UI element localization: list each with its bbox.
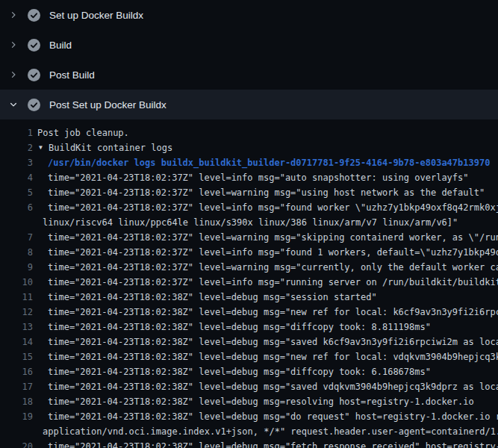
check-circle-icon: [28, 99, 40, 111]
log-text: time="2021-04-23T18:02:38Z" level=debug …: [48, 305, 498, 320]
log-text: time="2021-04-23T18:02:37Z" level=info m…: [48, 245, 498, 260]
actions-log-viewer: Set up Docker BuildxBuildPost BuildPost …: [0, 0, 498, 448]
log-line-11: 11time="2021-04-23T18:02:38Z" level=debu…: [0, 290, 498, 305]
log-line-19: 19time="2021-04-23T18:02:38Z" level=debu…: [0, 409, 498, 424]
log-text: time="2021-04-23T18:02:38Z" level=debug …: [48, 320, 431, 335]
line-number[interactable]: 9: [0, 260, 33, 275]
chevron-right-icon: [9, 10, 18, 19]
check-circle-icon: [28, 9, 40, 22]
log-line-16: 16time="2021-04-23T18:02:38Z" level=debu…: [0, 364, 498, 379]
log-line-6: 6time="2021-04-23T18:02:37Z" level=info …: [0, 200, 498, 215]
line-number[interactable]: 12: [0, 305, 33, 320]
log-line-3: 3/usr/bin/docker logs buildx_buildkit_bu…: [0, 155, 498, 170]
line-number[interactable]: 10: [0, 275, 33, 290]
line-number[interactable]: 19: [0, 409, 33, 424]
log-text: time="2021-04-23T18:02:38Z" level=debug …: [48, 439, 498, 448]
line-number[interactable]: 18: [0, 394, 33, 409]
log-line-4: 4time="2021-04-23T18:02:37Z" level=info …: [0, 170, 498, 185]
steps-list: Set up Docker BuildxBuildPost BuildPost …: [0, 0, 498, 119]
log-text: time="2021-04-23T18:02:37Z" level=info m…: [48, 275, 498, 290]
log-line-wrap: application/vnd.oci.image.index.v1+json,…: [0, 424, 498, 439]
log-text: time="2021-04-23T18:02:38Z" level=debug …: [48, 364, 431, 379]
line-number[interactable]: 11: [0, 290, 33, 305]
line-number[interactable]: 15: [0, 349, 33, 364]
line-number[interactable]: 16: [0, 364, 33, 379]
log-text: application/vnd.oci.image.index.v1+json,…: [43, 424, 498, 439]
log-line-10: 10time="2021-04-23T18:02:37Z" level=info…: [0, 275, 498, 290]
log-line-wrap: linux/riscv64 linux/ppc64le linux/s390x …: [0, 215, 498, 230]
log-text: time="2021-04-23T18:02:37Z" level=warnin…: [48, 260, 498, 275]
line-number[interactable]: 1: [0, 125, 33, 140]
log-line-12: 12time="2021-04-23T18:02:38Z" level=debu…: [0, 305, 498, 320]
step-title: Post Build: [49, 69, 95, 81]
line-number[interactable]: 3: [0, 155, 33, 170]
line-number[interactable]: 7: [0, 230, 33, 245]
log-text: time="2021-04-23T18:02:38Z" level=debug …: [48, 290, 377, 305]
log-line-2: 2▼BuildKit container logs: [0, 140, 498, 155]
chevron-right-icon: [9, 70, 18, 79]
log-text: time="2021-04-23T18:02:37Z" level=warnin…: [48, 185, 485, 200]
log-text: BuildKit container logs: [49, 140, 172, 155]
log-line-9: 9time="2021-04-23T18:02:37Z" level=warni…: [0, 260, 498, 275]
log-line-17: 17time="2021-04-23T18:02:38Z" level=debu…: [0, 379, 498, 394]
line-number[interactable]: 6: [0, 200, 33, 215]
step-row-post-build[interactable]: Post Build: [0, 60, 498, 90]
log-line-7: 7time="2021-04-23T18:02:37Z" level=warni…: [0, 230, 498, 245]
log-text: time="2021-04-23T18:02:37Z" level=warnin…: [48, 230, 498, 245]
step-row-set-up-docker-buildx[interactable]: Set up Docker Buildx: [0, 0, 498, 30]
log-text: time="2021-04-23T18:02:37Z" level=info m…: [48, 200, 498, 215]
log-line-8: 8time="2021-04-23T18:02:37Z" level=info …: [0, 245, 498, 260]
log-line-1: 1Post job cleanup.: [0, 125, 498, 140]
line-number[interactable]: 20: [0, 439, 33, 448]
line-number[interactable]: 5: [0, 185, 33, 200]
step-title: Set up Docker Buildx: [49, 10, 143, 21]
log-line-13: 13time="2021-04-23T18:02:38Z" level=debu…: [0, 320, 498, 335]
line-number[interactable]: 4: [0, 170, 33, 185]
chevron-right-icon: [9, 40, 18, 49]
command-text: /usr/bin/docker logs buildx_buildkit_bui…: [48, 155, 490, 170]
log-text: time="2021-04-23T18:02:38Z" level=debug …: [48, 379, 498, 394]
check-circle-icon: [28, 69, 40, 81]
log-text: time="2021-04-23T18:02:38Z" level=debug …: [48, 335, 498, 349]
log-text: time="2021-04-23T18:02:37Z" level=info m…: [48, 170, 469, 185]
step-title: Build: [49, 40, 72, 51]
log-text: linux/riscv64 linux/ppc64le linux/s390x …: [43, 215, 458, 230]
log-text: time="2021-04-23T18:02:38Z" level=debug …: [48, 409, 498, 424]
log-line-20: 20time="2021-04-23T18:02:38Z" level=debu…: [0, 439, 498, 448]
log-text: Post job cleanup.: [37, 125, 129, 140]
line-number[interactable]: 17: [0, 379, 33, 394]
log-body: 1Post job cleanup.2▼BuildKit container l…: [0, 119, 498, 448]
check-circle-icon: [28, 39, 40, 52]
log-line-15: 15time="2021-04-23T18:02:38Z" level=debu…: [0, 349, 498, 364]
log-text: time="2021-04-23T18:02:38Z" level=debug …: [48, 394, 474, 409]
log-text: time="2021-04-23T18:02:38Z" level=debug …: [48, 349, 498, 364]
line-number[interactable]: 13: [0, 320, 33, 335]
step-title: Post Set up Docker Buildx: [49, 99, 166, 111]
step-row-post-set-up-docker-buildx[interactable]: Post Set up Docker Buildx: [0, 90, 498, 119]
step-row-build[interactable]: Build: [0, 30, 498, 60]
chevron-down-icon: [9, 100, 18, 109]
log-line-14: 14time="2021-04-23T18:02:38Z" level=debu…: [0, 335, 498, 349]
triangle-down-icon[interactable]: ▼: [39, 140, 46, 155]
line-number[interactable]: 14: [0, 335, 33, 349]
line-number[interactable]: 2: [0, 140, 33, 155]
log-line-18: 18time="2021-04-23T18:02:38Z" level=debu…: [0, 394, 498, 409]
line-number[interactable]: 8: [0, 245, 33, 260]
log-line-5: 5time="2021-04-23T18:02:37Z" level=warni…: [0, 185, 498, 200]
